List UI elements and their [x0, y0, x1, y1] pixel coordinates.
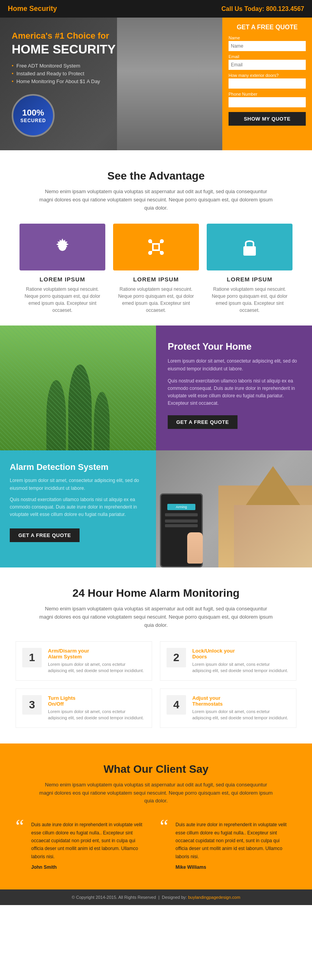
security-badge: 100% SECURED — [12, 94, 55, 137]
alarm-content: Alarm Detection System Lorem ipsum dolor… — [0, 450, 156, 567]
house-base — [234, 505, 312, 567]
phone-input[interactable] — [229, 97, 306, 107]
site-logo: Home Security — [8, 5, 57, 13]
testimonials-description: Nemo enim ipsam voluptatem quia voluptas… — [39, 781, 273, 805]
phone-bar-3 — [165, 524, 197, 527]
monitoring-grid: 1 Arm/Disarm your Alarm System Lorem ips… — [16, 641, 296, 728]
testimonial-author-2: Mike Williams — [176, 864, 292, 870]
feature-item-2: Installed and Ready to Protect — [12, 71, 214, 76]
monitor-content-2: Lock/Unlock your Doors Lorem ipsum dolor… — [192, 648, 290, 674]
monitor-desc-4: Lorem ipsum dolor sit amet, cons ectetur… — [192, 708, 290, 721]
advantage-item-2: LOREM IPSUM Ratione voluptatem sequi nes… — [113, 224, 199, 314]
phone-bar-2 — [165, 519, 197, 523]
monitor-content-1: Arm/Disarm your Alarm System Lorem ipsum… — [48, 648, 145, 674]
advantage-item-1: LOREM IPSUM Ratione voluptatem sequi nes… — [20, 224, 105, 314]
tagline-suffix: Choice for — [64, 31, 109, 41]
email-input[interactable] — [229, 60, 306, 70]
monitor-item-2: 2 Lock/Unlock your Doors Lorem ipsum dol… — [160, 641, 296, 681]
gear-icon — [51, 235, 74, 259]
testimonials-title: What Our Client Say — [16, 763, 296, 775]
advantages-grid: LOREM IPSUM Ratione voluptatem sequi nes… — [16, 224, 296, 314]
advantage-icon-2 — [113, 224, 199, 270]
alarm-title: Alarm Detection System — [10, 462, 146, 472]
protect-title: Protect Your Home — [168, 341, 300, 352]
hero-form: GET A FREE QUOTE Name Email How many ext… — [222, 18, 312, 150]
testimonial-1: “ Duis aute irure dolor in reprehenderit… — [16, 817, 152, 874]
badge-percent: 100% — [20, 108, 46, 118]
monitor-desc-2: Lorem ipsum dolor sit amet, cons ectetur… — [192, 661, 290, 674]
monitor-content-4: Adjust your Thermostats Lorem ipsum dolo… — [192, 695, 290, 721]
alarm-image: Arming — [156, 450, 312, 567]
monitor-title-3: Turn Lights On/Off — [48, 695, 145, 707]
family-group — [46, 365, 110, 450]
designer-link[interactable]: buylandingpagedesign.com — [188, 895, 240, 900]
monitor-item-1: 1 Arm/Disarm your Alarm System Lorem ips… — [16, 641, 152, 681]
protect-cta-button[interactable]: GET A FREE QUOTE — [168, 415, 238, 429]
advantage-desc-3: Ratione voluptatem sequi nescuint. Neque… — [207, 286, 292, 314]
monitor-number-4: 4 — [167, 695, 186, 715]
protect-image — [0, 325, 156, 450]
advantage-title-1: LOREM IPSUM — [20, 276, 105, 283]
testimonial-2: “ Duis aute irure dolor in reprehenderit… — [160, 817, 296, 874]
submit-button[interactable]: SHOW MY QUOTE — [229, 112, 306, 126]
monitoring-title: 24 Hour Home Alarm Monitoring — [16, 587, 296, 599]
hero-features-list: Free ADT Monitored System Installed and … — [12, 63, 214, 86]
cta-prefix: Call Us Today: — [222, 5, 266, 12]
phone-screen-label: Arming — [167, 504, 196, 510]
advantage-title-3: LOREM IPSUM — [207, 276, 292, 283]
monitor-title-1: Arm/Disarm your Alarm System — [48, 648, 145, 660]
family-bg — [0, 325, 156, 450]
monitoring-description: Nemo enim ipsam voluptatem quia voluptas… — [39, 605, 273, 629]
monitor-content-3: Turn Lights On/Off Lorem ipsum dolor sit… — [48, 695, 145, 721]
alarm-section: Alarm Detection System Lorem ipsum dolor… — [0, 450, 312, 567]
advantage-desc-2: Ratione voluptatem sequi nescuint. Neque… — [113, 286, 199, 314]
monitor-number-2: 2 — [167, 648, 186, 667]
protect-section: Protect Your Home Lorem ipsum dolor sit … — [0, 325, 312, 450]
advantage-desc-1: Ratione voluptatem sequi nescuint. Neque… — [20, 286, 105, 314]
hero-content: America's #1 Choice for HOME SECURITY Fr… — [0, 18, 222, 150]
quote-mark-1: “ — [16, 817, 24, 836]
lock-icon — [238, 235, 261, 259]
person-3 — [94, 392, 110, 450]
phone-number: 800.123.4567 — [266, 5, 304, 12]
logo-highlight: Security — [29, 5, 57, 12]
alarm-para1: Lorem ipsum dolor sit amet, consectetur … — [10, 477, 146, 492]
protect-para2: Quis nostrud exercitation ullamco labori… — [168, 377, 300, 407]
alarm-cta-button[interactable]: GET A FREE QUOTE — [10, 528, 80, 542]
protect-content: Protect Your Home Lorem ipsum dolor sit … — [156, 325, 312, 450]
doors-label: How many exterior doors? — [229, 73, 306, 78]
name-label: Name — [229, 36, 306, 40]
testimonials-grid: “ Duis aute irure dolor in reprehenderit… — [16, 817, 296, 874]
command-icon — [144, 235, 168, 259]
hero-tagline: America's #1 Choice for — [12, 31, 214, 41]
hero-section: America's #1 Choice for HOME SECURITY Fr… — [0, 18, 312, 150]
monitor-desc-1: Lorem ipsum dolor sit amet, cons ectetur… — [48, 661, 145, 674]
phone-label: Phone Number — [229, 92, 306, 96]
email-label: Email — [229, 54, 306, 59]
person-2 — [68, 365, 92, 450]
copyright: © Copyright 2014-2015. All Rights Reserv… — [72, 895, 156, 900]
feature-item-1: Free ADT Monitored System — [12, 63, 214, 69]
header-phone: Call Us Today: 800.123.4567 — [222, 5, 304, 12]
testimonial-text-1: Duis aute irure dolor in reprehenderit i… — [31, 821, 148, 861]
tagline-highlight: #1 — [55, 31, 64, 41]
monitor-number-3: 3 — [22, 695, 42, 715]
phone-bar-1 — [165, 513, 197, 516]
advantage-title-2: LOREM IPSUM — [113, 276, 199, 283]
hand-visual — [187, 532, 203, 564]
hero-title: HOME SECURITY — [12, 43, 214, 56]
monitoring-section: 24 Hour Home Alarm Monitoring Nemo enim … — [0, 567, 312, 743]
designer-label: Designed by: — [162, 895, 187, 900]
monitor-number-1: 1 — [22, 648, 42, 667]
doors-input[interactable] — [229, 78, 306, 89]
monitor-desc-3: Lorem ipsum dolor sit amet, cons ectetur… — [48, 708, 145, 721]
name-input[interactable] — [229, 41, 306, 51]
footer: © Copyright 2014-2015. All Rights Reserv… — [0, 889, 312, 905]
advantage-section: See the Advantage Nemo enim ipsam volupt… — [0, 150, 312, 325]
advantage-description: Nemo enim ipsam voluptatem quia voluptas… — [39, 188, 273, 212]
advantage-item-3: LOREM IPSUM Ratione voluptatem sequi nes… — [207, 224, 292, 314]
header: Home Security Call Us Today: 800.123.456… — [0, 0, 312, 18]
testimonials-section: What Our Client Say Nemo enim ipsam volu… — [0, 743, 312, 889]
logo-prefix: Home — [8, 5, 29, 12]
tagline-prefix: America's — [12, 31, 55, 41]
